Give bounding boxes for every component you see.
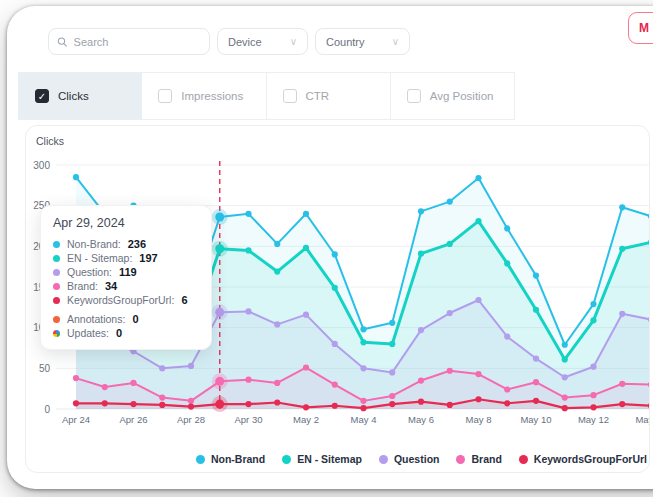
data-point[interactable]	[418, 251, 424, 257]
data-point[interactable]	[332, 382, 338, 388]
data-point[interactable]	[188, 398, 194, 404]
data-point[interactable]	[274, 268, 280, 274]
data-point[interactable]	[475, 175, 481, 181]
data-point[interactable]	[504, 386, 510, 392]
data-point[interactable]	[533, 273, 539, 279]
data-point[interactable]	[562, 356, 568, 362]
data-point[interactable]	[332, 403, 338, 409]
data-point[interactable]	[447, 310, 453, 316]
data-point[interactable]	[418, 327, 424, 333]
data-point[interactable]	[159, 365, 165, 371]
data-point[interactable]	[303, 364, 309, 370]
data-point[interactable]	[619, 381, 625, 387]
data-point[interactable]	[332, 251, 338, 257]
data-point[interactable]	[274, 241, 280, 247]
data-point[interactable]	[619, 311, 625, 317]
data-point[interactable]	[504, 400, 510, 406]
tab-ctr[interactable]: CTR	[267, 73, 391, 119]
data-point[interactable]	[360, 339, 366, 345]
data-point[interactable]	[245, 211, 251, 217]
highlight-point[interactable]	[215, 213, 224, 222]
data-point[interactable]	[360, 365, 366, 371]
data-point[interactable]	[73, 174, 79, 180]
data-point[interactable]	[533, 379, 539, 385]
data-point[interactable]	[274, 399, 280, 405]
data-point[interactable]	[159, 402, 165, 408]
tab-impressions[interactable]: Impressions	[142, 73, 266, 119]
data-point[interactable]	[303, 312, 309, 318]
data-point[interactable]	[303, 404, 309, 410]
data-point[interactable]	[447, 402, 453, 408]
legend-item-question[interactable]: Question	[379, 453, 440, 465]
data-point[interactable]	[447, 241, 453, 247]
data-point[interactable]	[245, 308, 251, 314]
data-point[interactable]	[619, 401, 625, 407]
data-point[interactable]	[619, 246, 625, 252]
data-point[interactable]	[504, 260, 510, 266]
more-button[interactable]: M	[628, 12, 653, 44]
data-point[interactable]	[562, 405, 568, 411]
data-point[interactable]	[475, 396, 481, 402]
data-point[interactable]	[619, 204, 625, 210]
data-point[interactable]	[360, 398, 366, 404]
data-point[interactable]	[274, 321, 280, 327]
data-point[interactable]	[360, 405, 366, 411]
data-point[interactable]	[475, 218, 481, 224]
country-dropdown[interactable]: Country ∨	[315, 28, 410, 55]
legend-item-non-brand[interactable]: Non-Brand	[196, 453, 265, 465]
data-point[interactable]	[389, 401, 395, 407]
search-input[interactable]	[74, 36, 201, 48]
checkbox-checked-icon[interactable]: ✓	[35, 89, 49, 103]
data-point[interactable]	[332, 341, 338, 347]
data-point[interactable]	[188, 403, 194, 409]
data-point[interactable]	[389, 341, 395, 347]
data-point[interactable]	[447, 368, 453, 374]
checkbox-icon[interactable]	[158, 89, 172, 103]
data-point[interactable]	[73, 400, 79, 406]
data-point[interactable]	[562, 374, 568, 380]
data-point[interactable]	[562, 395, 568, 401]
data-point[interactable]	[102, 384, 108, 390]
data-point[interactable]	[245, 401, 251, 407]
data-point[interactable]	[418, 399, 424, 405]
highlight-point[interactable]	[215, 400, 224, 409]
data-point[interactable]	[303, 245, 309, 251]
data-point[interactable]	[360, 326, 366, 332]
data-point[interactable]	[245, 377, 251, 383]
data-point[interactable]	[475, 297, 481, 303]
highlight-point[interactable]	[215, 377, 224, 386]
data-point[interactable]	[475, 371, 481, 377]
data-point[interactable]	[130, 380, 136, 386]
data-point[interactable]	[389, 320, 395, 326]
legend-item-keywordsgroupforurl[interactable]: KeywordsGroupForUrl	[519, 453, 647, 465]
data-point[interactable]	[274, 380, 280, 386]
data-point[interactable]	[447, 199, 453, 205]
device-dropdown[interactable]: Device ∨	[217, 28, 308, 55]
data-point[interactable]	[533, 307, 539, 313]
data-point[interactable]	[418, 208, 424, 214]
data-point[interactable]	[73, 375, 79, 381]
tab-avg-position[interactable]: Avg Position	[391, 73, 515, 119]
checkbox-icon[interactable]	[283, 89, 297, 103]
data-point[interactable]	[303, 211, 309, 217]
data-point[interactable]	[590, 392, 596, 398]
data-point[interactable]	[389, 393, 395, 399]
data-point[interactable]	[533, 355, 539, 361]
data-point[interactable]	[562, 342, 568, 348]
legend-item-en-sitemap[interactable]: EN - Sitemap	[282, 453, 362, 465]
data-point[interactable]	[590, 317, 596, 323]
data-point[interactable]	[590, 364, 596, 370]
data-point[interactable]	[332, 285, 338, 291]
data-point[interactable]	[188, 363, 194, 369]
data-point[interactable]	[102, 400, 108, 406]
search-box[interactable]	[48, 28, 210, 55]
checkbox-icon[interactable]	[407, 89, 421, 103]
data-point[interactable]	[418, 377, 424, 383]
highlight-point[interactable]	[215, 244, 224, 253]
data-point[interactable]	[389, 369, 395, 375]
data-point[interactable]	[130, 401, 136, 407]
tab-clicks[interactable]: ✓Clicks	[18, 73, 142, 119]
legend-item-brand[interactable]: Brand	[456, 453, 501, 465]
data-point[interactable]	[504, 334, 510, 340]
data-point[interactable]	[533, 398, 539, 404]
